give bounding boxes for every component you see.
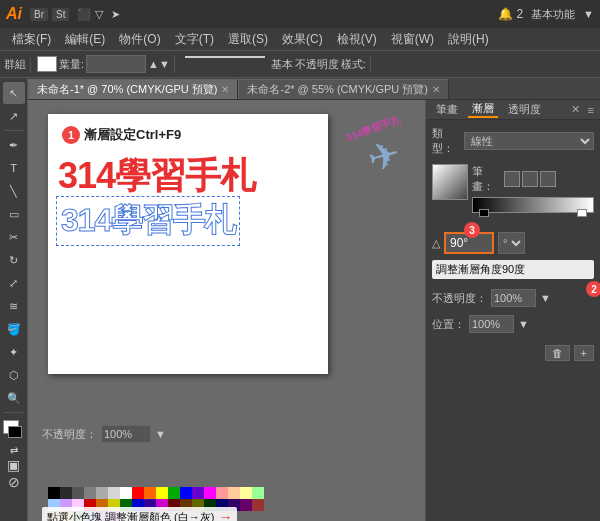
- outline-text: 314學習手札: [56, 196, 240, 246]
- color-selector[interactable]: [3, 420, 25, 442]
- panel-location-dropdown[interactable]: ▼: [518, 318, 529, 330]
- fill-swatch[interactable]: [37, 56, 57, 72]
- angle-annotation: 調整漸層角度90度: [432, 260, 594, 279]
- palette-color-cell[interactable]: [84, 487, 96, 499]
- gradient-tool[interactable]: ▣: [7, 457, 20, 473]
- angle-input[interactable]: [450, 236, 488, 250]
- top-bar-right: 🔔 2 基本功能 ▼: [498, 7, 594, 22]
- panel-opacity-dropdown[interactable]: ▼: [540, 292, 551, 304]
- tool-scale[interactable]: ⤢: [3, 272, 25, 294]
- tab-document2[interactable]: 未命名-2* @ 55% (CMYK/GPU 預覽) ✕: [238, 79, 448, 99]
- angle-dropdown[interactable]: °: [498, 232, 525, 254]
- palette-color-cell[interactable]: [240, 487, 252, 499]
- none-tool[interactable]: ⊘: [8, 474, 20, 490]
- gradient-stop-right[interactable]: [577, 209, 587, 217]
- tool-rotate[interactable]: ↻: [3, 249, 25, 271]
- tool-line[interactable]: ╲: [3, 180, 25, 202]
- canvas-content: 1 漸層設定Ctrl+F9 314學習手札 314學習手札: [48, 114, 328, 374]
- stroke-line: [185, 56, 265, 72]
- angle-row: △ ° 3: [432, 232, 594, 254]
- panel-location-input[interactable]: [469, 315, 514, 333]
- menu-select[interactable]: 選取(S): [222, 29, 274, 50]
- menu-text[interactable]: 文字(T): [169, 29, 220, 50]
- panel-tab-gradient[interactable]: 漸層: [468, 101, 498, 118]
- opacity-input-canvas[interactable]: [101, 425, 151, 443]
- menu-object[interactable]: 物件(O): [113, 29, 166, 50]
- stroke-color-indicator: [8, 426, 22, 438]
- palette-color-cell[interactable]: [240, 499, 252, 511]
- arrow-icon: ➤: [111, 8, 120, 21]
- tool-pen[interactable]: ✒: [3, 134, 25, 156]
- tool-fill[interactable]: 🪣: [3, 318, 25, 340]
- swap-icon[interactable]: ⇄: [10, 445, 18, 456]
- stroke-icon2[interactable]: [522, 171, 538, 187]
- tool-zoom[interactable]: 🔍: [3, 387, 25, 409]
- palette-color-cell[interactable]: [252, 499, 264, 511]
- style-input[interactable]: [86, 55, 146, 73]
- br-app-icon[interactable]: Br: [30, 8, 48, 21]
- palette-color-cell[interactable]: [156, 487, 168, 499]
- workspace-dropdown-icon[interactable]: ▼: [583, 8, 594, 20]
- stroke-icon3[interactable]: [540, 171, 556, 187]
- palette-color-cell[interactable]: [72, 487, 84, 499]
- opacity-label-toolbar: 不透明度: [295, 57, 339, 72]
- palette-color-cell[interactable]: [168, 487, 180, 499]
- palette-color-cell[interactable]: [120, 487, 132, 499]
- tool-select[interactable]: ↖: [3, 82, 25, 104]
- palette-color-cell[interactable]: [228, 487, 240, 499]
- tool-scissors[interactable]: ✂: [3, 226, 25, 248]
- stroke-icon1[interactable]: [504, 171, 520, 187]
- menu-view[interactable]: 檢視(V): [331, 29, 383, 50]
- palette-color-cell[interactable]: [192, 487, 204, 499]
- stroke-label-panel: 筆畫：: [472, 164, 500, 194]
- tab-document1[interactable]: 未命名-1* @ 70% (CMYK/GPU 預覽) ✕: [28, 79, 238, 99]
- tool-text[interactable]: T: [3, 157, 25, 179]
- palette-color-cell[interactable]: [216, 487, 228, 499]
- tool-warp[interactable]: ≋: [3, 295, 25, 317]
- opacity-label-canvas: 不透明度：: [42, 427, 97, 442]
- workspace-label: 基本功能: [531, 7, 575, 22]
- menu-file[interactable]: 檔案(F): [6, 29, 57, 50]
- document-canvas: 1 漸層設定Ctrl+F9 314學習手札 314學習手札 ✈ 314學習手扎 …: [38, 104, 420, 521]
- menu-window[interactable]: 視窗(W): [385, 29, 440, 50]
- palette-color-cell[interactable]: [48, 487, 60, 499]
- right-panel: 筆畫 漸層 透明度 ✕ ≡ 類型： 線性 放射狀: [425, 100, 600, 521]
- menu-help[interactable]: 說明(H): [442, 29, 495, 50]
- palette-color-cell[interactable]: [204, 487, 216, 499]
- tab2-close[interactable]: ✕: [432, 84, 440, 95]
- menu-effect[interactable]: 效果(C): [276, 29, 329, 50]
- menu-edit[interactable]: 編輯(E): [59, 29, 111, 50]
- tool-blend[interactable]: ⬡: [3, 364, 25, 386]
- bottom-note-text: 點選小色塊 調整漸層顏色 (白→灰): [47, 510, 214, 522]
- palette-color-cell[interactable]: [132, 487, 144, 499]
- arrow-right-icon: →: [218, 509, 232, 521]
- ai-logo: Ai: [6, 5, 22, 23]
- palette-color-cell[interactable]: [144, 487, 156, 499]
- panel-opacity-input[interactable]: [491, 289, 536, 307]
- panel-delete-button[interactable]: 🗑: [545, 345, 570, 361]
- tool-eyedrop[interactable]: ✦: [3, 341, 25, 363]
- type-select[interactable]: 線性 放射狀: [464, 132, 594, 150]
- gradient-bar[interactable]: [472, 197, 594, 213]
- palette-color-cell[interactable]: [252, 487, 264, 499]
- palette-color-cell[interactable]: [96, 487, 108, 499]
- panel-header: 筆畫 漸層 透明度 ✕ ≡: [426, 100, 600, 120]
- gradient-swatch[interactable]: [432, 164, 468, 200]
- tab1-close[interactable]: ✕: [221, 84, 229, 95]
- tool-direct-select[interactable]: ↗: [3, 105, 25, 127]
- panel-close-button[interactable]: ✕: [571, 103, 580, 116]
- panel-tab-opacity[interactable]: 透明度: [504, 102, 545, 117]
- tool-rect[interactable]: ▭: [3, 203, 25, 225]
- palette-color-cell[interactable]: [180, 487, 192, 499]
- opacity-dropdown-icon[interactable]: ▼: [155, 428, 166, 440]
- palette-color-cell[interactable]: [60, 487, 72, 499]
- st-app-icon[interactable]: St: [52, 8, 69, 21]
- panel-tab-stroke[interactable]: 筆畫: [432, 102, 462, 117]
- palette-color-cell[interactable]: [108, 487, 120, 499]
- bell-icon[interactable]: 🔔 2: [498, 7, 523, 21]
- panel-new-button[interactable]: +: [574, 345, 594, 361]
- style-dropdown-icon[interactable]: ▲▼: [148, 58, 170, 70]
- gradient-stop-left[interactable]: [479, 209, 489, 217]
- panel-options-icon[interactable]: ≡: [588, 104, 594, 116]
- stroke-icons: [504, 171, 556, 187]
